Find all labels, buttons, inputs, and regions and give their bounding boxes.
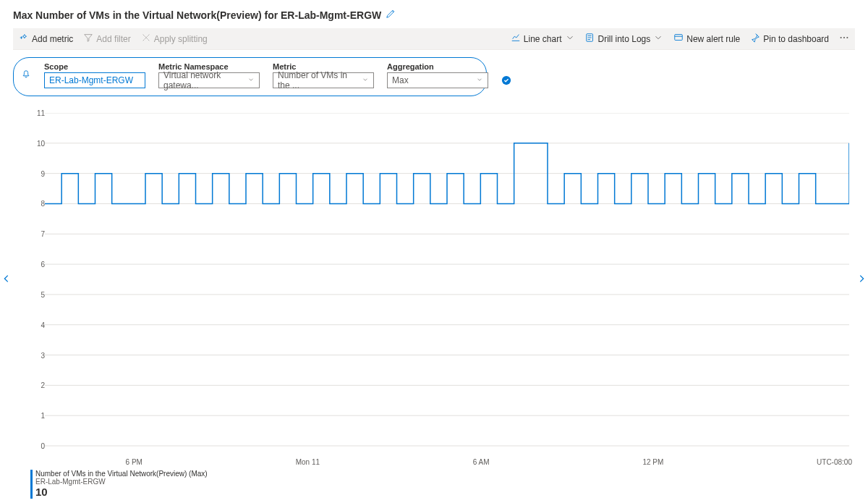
chevron-down-icon (653, 33, 663, 45)
checkmark-icon (501, 75, 511, 85)
metric-query-pill: Scope ER-Lab-Mgmt-ERGW Metric Namespace … (13, 57, 487, 96)
scope-label: Scope (44, 62, 145, 71)
svg-point-2 (841, 37, 842, 38)
aggregation-label: Aggregation (387, 62, 488, 71)
new-alert-rule-button[interactable]: New alert rule (673, 33, 740, 45)
time-nav-next[interactable] (856, 274, 867, 286)
line-chart-icon (511, 33, 521, 45)
metrics-chart (33, 113, 849, 452)
logs-icon (585, 33, 595, 45)
pin-icon (750, 33, 760, 45)
time-nav-prev[interactable] (1, 274, 12, 286)
sparkle-plus-icon (19, 33, 29, 45)
scope-field: Scope ER-Lab-Mgmt-ERGW (44, 62, 145, 88)
chevron-down-icon (247, 75, 255, 85)
x-axis-labels: 6 PM Mon 11 6 AM 12 PM UTC-08:00 (45, 458, 852, 466)
page-title: Max Number of VMs in the Virtual Network… (13, 9, 381, 21)
scope-select[interactable]: ER-Lab-Mgmt-ERGW (44, 72, 145, 88)
legend-metric: Number of VMs in the Virtual Network(Pre… (35, 470, 208, 478)
metric-field: Metric Number of VMs in the ... (273, 62, 374, 88)
add-filter-button[interactable]: Add filter (83, 33, 130, 45)
svg-rect-1 (675, 35, 683, 41)
pin-to-dashboard-button[interactable]: Pin to dashboard (750, 33, 829, 45)
aggregation-select[interactable]: Max (387, 72, 488, 88)
add-metric-button[interactable]: Add metric (19, 33, 73, 45)
more-actions-button[interactable] (839, 33, 849, 45)
chevron-down-icon (362, 75, 369, 85)
svg-point-4 (846, 37, 848, 38)
apply-splitting-button[interactable]: Apply splitting (141, 33, 208, 45)
filter-icon (83, 33, 93, 45)
bell-icon (21, 69, 31, 82)
namespace-select[interactable]: Virtual network gatewa... (158, 72, 260, 88)
y-axis-labels: 01234567891011 (33, 113, 48, 452)
split-icon (141, 33, 151, 45)
aggregation-field: Aggregation Max (387, 62, 488, 88)
metrics-toolbar: Add metric Add filter Apply splitting Li… (13, 28, 855, 50)
chart-type-button[interactable]: Line chart (511, 33, 575, 45)
more-icon (839, 33, 849, 45)
alert-icon (673, 33, 684, 45)
edit-title-icon[interactable] (386, 9, 396, 21)
legend-resource: ER-Lab-Mgmt-ERGW (35, 478, 208, 486)
svg-point-3 (843, 37, 845, 38)
metric-select[interactable]: Number of VMs in the ... (273, 72, 374, 88)
namespace-field: Metric Namespace Virtual network gatewa.… (158, 62, 260, 88)
chevron-down-icon (476, 75, 483, 85)
drill-into-logs-button[interactable]: Drill into Logs (585, 33, 664, 45)
legend-value: 10 (35, 486, 208, 499)
chart-legend[interactable]: Number of VMs in the Virtual Network(Pre… (30, 470, 208, 499)
chevron-down-icon (565, 33, 575, 45)
